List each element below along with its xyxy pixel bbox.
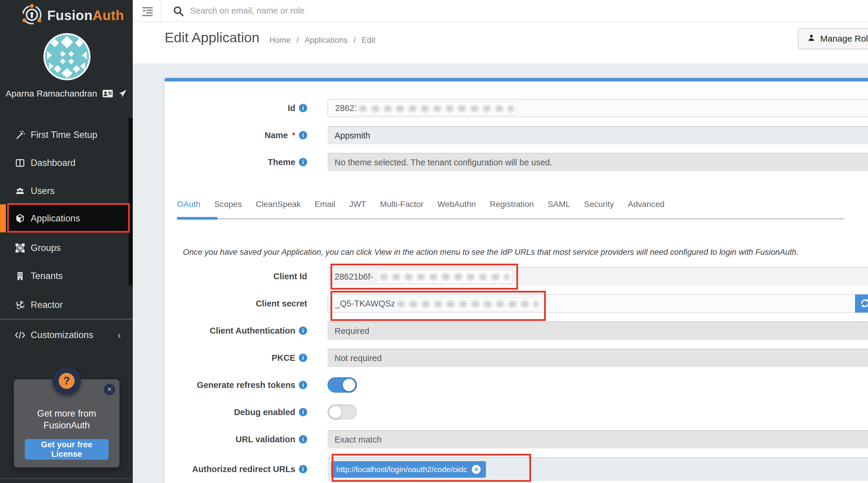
- url-validation-field[interactable]: Exact match: [328, 430, 868, 449]
- fusionauth-logo-icon: [21, 4, 43, 27]
- user-name: Aparna Ramachandran: [6, 89, 97, 98]
- tab-bar: OAuth Scopes CleanSpeak Email JWT Multi-…: [177, 200, 664, 212]
- client-authentication-field[interactable]: Required: [328, 321, 868, 340]
- generate-refresh-tokens-toggle[interactable]: [328, 377, 357, 393]
- collapse-menu-icon[interactable]: [141, 5, 154, 18]
- sidebar-item-dashboard[interactable]: Dashboard: [0, 149, 133, 177]
- sidebar-item-tenants[interactable]: Tenants: [0, 262, 133, 290]
- tab-security[interactable]: Security: [584, 200, 614, 212]
- promo-title: Get more from FusionAuth: [14, 408, 120, 431]
- url-validation-label: URL validation i: [165, 430, 317, 449]
- sidebar-item-first-time-setup[interactable]: First Time Setup: [0, 121, 133, 149]
- promo-close-icon[interactable]: ✕: [104, 384, 115, 395]
- tab-saml[interactable]: SAML: [548, 200, 570, 212]
- tab-email[interactable]: Email: [314, 200, 335, 212]
- info-icon[interactable]: i: [299, 131, 307, 139]
- manage-roles-button[interactable]: Manage Roles: [798, 28, 868, 49]
- client-id-label: Client Id: [165, 267, 317, 285]
- fusionauth-logo-text: FusionAuth: [47, 7, 124, 23]
- page-title: Edit Application: [165, 29, 259, 46]
- pkce-field[interactable]: Not required: [328, 349, 868, 367]
- debug-enabled-toggle[interactable]: [328, 404, 357, 420]
- search-input[interactable]: [189, 2, 750, 19]
- redacted-client-id: [377, 270, 512, 284]
- breadcrumb-edit: Edit: [362, 36, 376, 45]
- oauth-note: Once you have saved your Application, yo…: [183, 248, 862, 257]
- authorized-redirect-urls-field[interactable]: http://localhost/login/oauth2/code/oidc …: [328, 457, 868, 481]
- fusionauth-logo[interactable]: FusionAuth: [21, 4, 124, 27]
- main-content: Edit Application Home / Applications / E…: [133, 0, 868, 483]
- tab-underline: [177, 218, 844, 219]
- info-icon[interactable]: i: [299, 465, 307, 473]
- breadcrumb: Home / Applications / Edit: [269, 36, 375, 45]
- debug-enabled-label: Debug enabled i: [165, 403, 317, 421]
- id-label: Id i: [165, 99, 317, 117]
- sidebar-scrollbar[interactable]: [129, 118, 133, 285]
- pkce-label: PKCE i: [165, 349, 317, 367]
- sidebar-item-applications[interactable]: Applications: [0, 204, 133, 232]
- name-label: Name* i: [165, 126, 317, 144]
- breadcrumb-separator: /: [297, 36, 299, 45]
- info-icon[interactable]: i: [299, 408, 307, 416]
- groups-icon: [15, 243, 25, 253]
- applications-cube-icon: [15, 214, 25, 224]
- wand-icon: [15, 130, 25, 140]
- remove-url-icon[interactable]: ✕: [472, 465, 480, 474]
- client-secret-label: Client secret: [165, 294, 317, 313]
- help-badge: ?: [53, 367, 81, 395]
- contact-card-icon[interactable]: [102, 89, 113, 98]
- topbar: [133, 0, 868, 22]
- tab-scopes[interactable]: Scopes: [214, 200, 242, 212]
- redirect-url-chip: http://localhost/login/oauth2/code/oidc …: [331, 461, 486, 478]
- tenants-building-icon: [15, 271, 25, 281]
- active-tab-underline: [177, 217, 217, 220]
- regenerate-secret-button[interactable]: [855, 294, 868, 313]
- dashboard-icon: [15, 158, 25, 168]
- tab-registration[interactable]: Registration: [490, 200, 534, 212]
- generate-refresh-tokens-label: Generate refresh tokens i: [165, 376, 317, 394]
- name-field[interactable]: [328, 126, 868, 144]
- tab-advanced[interactable]: Advanced: [628, 200, 665, 212]
- sidebar-item-users[interactable]: Users: [0, 177, 133, 205]
- info-icon[interactable]: i: [299, 326, 307, 335]
- sidebar: FusionAuth: [0, 0, 133, 483]
- client-id-field: 28621b6f-: [328, 267, 868, 285]
- code-icon: [15, 331, 25, 340]
- authorized-redirect-urls-label: Authorized redirect URLs i: [165, 457, 317, 481]
- info-icon[interactable]: i: [299, 381, 307, 389]
- info-icon[interactable]: i: [299, 354, 307, 362]
- send-icon[interactable]: [118, 89, 127, 98]
- theme-field[interactable]: No theme selected. The tenant configurat…: [328, 153, 868, 171]
- tab-webauthn[interactable]: WebAuthn: [438, 200, 476, 212]
- info-icon[interactable]: i: [299, 104, 307, 112]
- get-free-license-button[interactable]: Get your free License: [25, 439, 108, 460]
- tab-oauth[interactable]: OAuth: [177, 200, 200, 212]
- tab-multi-factor[interactable]: Multi-Factor: [380, 200, 424, 212]
- search-icon: [173, 5, 184, 18]
- info-icon[interactable]: i: [299, 158, 307, 166]
- sidebar-divider: [0, 319, 133, 319]
- toggle-knob: [329, 406, 342, 418]
- page-header: Edit Application Home / Applications / E…: [133, 22, 868, 63]
- info-icon[interactable]: i: [299, 435, 307, 444]
- sidebar-item-groups[interactable]: Groups: [0, 234, 133, 262]
- tab-cleanspeak[interactable]: CleanSpeak: [256, 200, 301, 212]
- toggle-knob: [343, 379, 355, 391]
- sidebar-item-reactor[interactable]: Reactor: [0, 291, 133, 319]
- theme-label: Theme i: [165, 153, 317, 171]
- id-field: 28621b: [328, 99, 868, 117]
- reactor-radiation-icon: [15, 300, 25, 310]
- avatar: [43, 33, 91, 80]
- sidebar-item-customizations[interactable]: Customizations ‹: [0, 321, 133, 349]
- breadcrumb-separator: /: [353, 36, 356, 45]
- sidebar-bottom-divider: [0, 478, 133, 479]
- client-authentication-label: Client Authentication i: [165, 321, 317, 340]
- refresh-icon: [859, 297, 868, 310]
- tab-jwt[interactable]: JWT: [349, 200, 366, 212]
- question-icon[interactable]: ?: [59, 373, 75, 389]
- breadcrumb-home[interactable]: Home: [269, 36, 290, 45]
- breadcrumb-applications[interactable]: Applications: [305, 36, 348, 45]
- redacted-client-secret: [394, 297, 542, 311]
- chevron-left-icon: ‹: [118, 329, 121, 341]
- redacted-id-value: [356, 102, 517, 115]
